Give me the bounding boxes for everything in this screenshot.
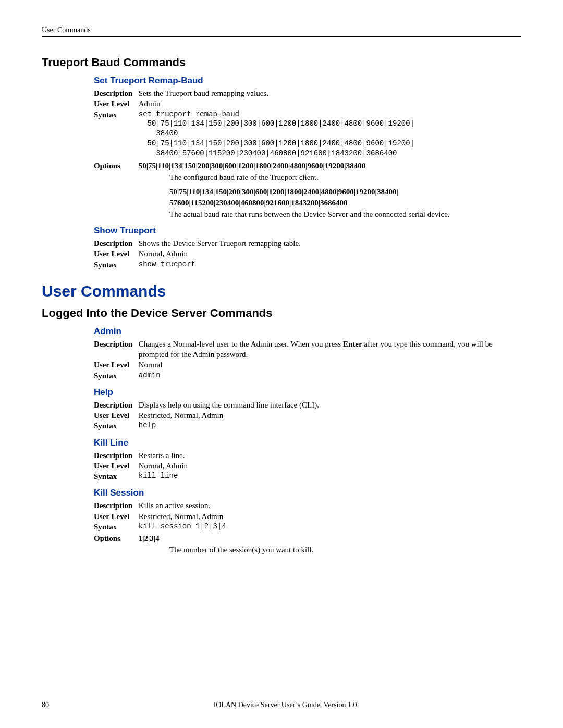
kill-line-user-level: Normal, Admin <box>139 461 519 471</box>
label-user-level: User Level <box>94 461 137 471</box>
label-user-level: User Level <box>94 511 137 522</box>
kill-line-syntax: kill line <box>139 471 519 481</box>
set-trueport-options-head2: 50|75|110|134|150|200|300|600|1200|1800|… <box>169 187 521 208</box>
label-syntax: Syntax <box>94 371 137 381</box>
kill-session-syntax: kill session 1|2|3|4 <box>139 522 519 532</box>
admin-user-level: Normal <box>139 360 519 370</box>
set-trueport-block: Description Sets the Trueport baud remap… <box>94 88 521 171</box>
label-description: Description <box>94 88 137 98</box>
syntax-line: 50|75|110|134|150|200|300|600|1200|1800|… <box>139 119 414 128</box>
label-user-level: User Level <box>94 360 137 370</box>
help-user-level: Restricted, Normal, Admin <box>139 410 519 421</box>
kill-line-description: Restarts a line. <box>139 450 519 461</box>
help-block: Description Displays help on using the c… <box>94 400 521 431</box>
label-options: Options <box>94 533 137 544</box>
label-syntax: Syntax <box>94 522 137 532</box>
section-trueport-baud: Trueport Baud Commands <box>42 56 521 69</box>
subsection-admin: Admin <box>94 326 521 337</box>
subsection-set-trueport: Set Trueport Remap-Baud <box>94 76 521 86</box>
kill-session-user-level: Restricted, Normal, Admin <box>139 511 519 522</box>
admin-description: Changes a Normal-level user to the Admin… <box>139 339 519 360</box>
label-description: Description <box>94 450 137 461</box>
label-syntax: Syntax <box>94 260 137 270</box>
label-syntax: Syntax <box>94 421 137 431</box>
subsection-kill-session: Kill Session <box>94 488 521 498</box>
label-description: Description <box>94 238 137 249</box>
set-trueport-syntax: set trueport remap-baud 50|75|110|134|15… <box>139 109 519 158</box>
page-number: 80 <box>42 701 49 709</box>
label-description: Description <box>94 500 137 511</box>
page-header-text: User Commands <box>42 26 521 34</box>
label-description: Description <box>94 339 137 349</box>
chapter-user-commands: User Commands <box>42 282 521 300</box>
show-trueport-block: Description Shows the Device Server True… <box>94 238 521 270</box>
kill-session-options-head: 1|2|3|4 <box>139 533 519 544</box>
kill-line-block: Description Restarts a line. User Level … <box>94 450 521 482</box>
options-head-line: 57600|115200|230400|460800|921600|184320… <box>169 199 348 207</box>
section-logged-in: Logged Into the Device Server Commands <box>42 306 521 320</box>
show-trueport-syntax: show trueport <box>139 260 519 269</box>
admin-block: Description Changes a Normal-level user … <box>94 339 521 381</box>
label-syntax: Syntax <box>94 471 137 482</box>
header-rule <box>42 36 521 37</box>
set-trueport-description: Sets the Trueport baud remapping values. <box>139 88 519 98</box>
show-trueport-description: Shows the Device Server Trueport remappi… <box>139 238 519 249</box>
kill-session-options-body: The number of the session(s) you want to… <box>169 545 521 555</box>
text: Changes a Normal-level user to the Admin… <box>139 340 343 348</box>
kill-session-description: Kills an active session. <box>139 500 519 511</box>
footer-text: IOLAN Device Server User’s Guide, Versio… <box>42 701 521 709</box>
options-head-line: 50|75|110|134|150|200|300|600|1200|1800|… <box>169 188 398 196</box>
page-footer: 80 IOLAN Device Server User’s Guide, Ver… <box>42 701 521 709</box>
show-trueport-user-level: Normal, Admin <box>139 249 519 259</box>
label-description: Description <box>94 400 137 410</box>
help-syntax: help <box>139 421 519 430</box>
syntax-line: 38400 <box>139 129 178 138</box>
label-user-level: User Level <box>94 98 137 109</box>
set-trueport-options-body1: The configured baud rate of the Trueport… <box>169 172 521 182</box>
page: User Commands Trueport Baud Commands Set… <box>0 0 563 728</box>
label-user-level: User Level <box>94 410 137 421</box>
kill-session-block: Description Kills an active session. Use… <box>94 500 521 544</box>
subsection-show-trueport: Show Trueport <box>94 226 521 236</box>
label-options: Options <box>94 161 137 171</box>
admin-syntax: admin <box>139 371 519 380</box>
bold-text: Enter <box>343 340 362 348</box>
subsection-help: Help <box>94 387 521 398</box>
set-trueport-options-body2: The actual baud rate that runs between t… <box>169 209 472 219</box>
help-description: Displays help on using the command line … <box>139 400 519 410</box>
syntax-line: set trueport remap-baud <box>139 110 239 118</box>
set-trueport-options-head1: 50|75|110|134|150|200|300|600|1200|1800|… <box>139 161 519 171</box>
subsection-kill-line: Kill Line <box>94 438 521 448</box>
label-syntax: Syntax <box>94 109 137 120</box>
syntax-line: 50|75|110|134|150|200|300|600|1200|1800|… <box>139 139 414 147</box>
syntax-line: 38400|57600|115200|230400|460800|921600|… <box>139 149 397 157</box>
set-trueport-user-level: Admin <box>139 98 519 109</box>
label-user-level: User Level <box>94 249 137 259</box>
